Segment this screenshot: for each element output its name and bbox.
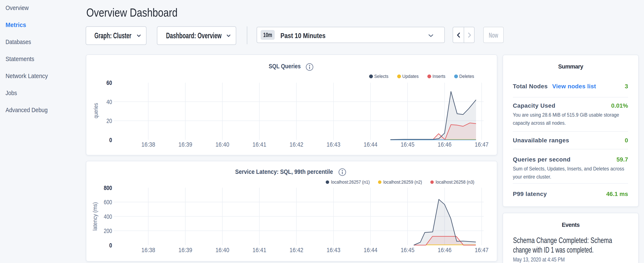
svg-text:40: 40 [106,98,112,105]
svg-text:800: 800 [104,184,112,191]
svg-text:0: 0 [109,242,112,249]
svg-text:16:47: 16:47 [475,246,488,253]
svg-text:16:41: 16:41 [252,141,266,148]
svg-text:20: 20 [106,117,112,124]
svg-text:60: 60 [106,79,112,86]
svg-text:16:45: 16:45 [400,246,414,253]
svg-text:16:41: 16:41 [252,246,266,253]
svg-text:16:44: 16:44 [364,141,378,148]
svg-text:16:40: 16:40 [216,141,229,148]
svg-text:16:46: 16:46 [438,246,452,253]
svg-text:16:39: 16:39 [178,141,192,148]
svg-text:200: 200 [104,227,112,234]
svg-text:16:39: 16:39 [178,246,192,253]
svg-text:400: 400 [104,213,112,220]
svg-text:16:43: 16:43 [326,141,340,148]
svg-text:16:47: 16:47 [475,141,488,148]
svg-text:16:42: 16:42 [290,246,304,253]
svg-text:16:40: 16:40 [216,246,229,253]
svg-text:16:42: 16:42 [290,141,304,148]
svg-text:16:38: 16:38 [142,246,155,253]
svg-text:16:44: 16:44 [364,246,378,253]
svg-text:600: 600 [104,198,112,205]
svg-text:16:38: 16:38 [142,141,155,148]
svg-text:latency (ms): latency (ms) [92,202,98,231]
svg-text:queries: queries [93,103,99,118]
svg-text:16:43: 16:43 [326,246,340,253]
svg-text:16:46: 16:46 [438,141,452,148]
svg-text:0: 0 [109,136,112,143]
svg-text:16:45: 16:45 [400,141,414,148]
